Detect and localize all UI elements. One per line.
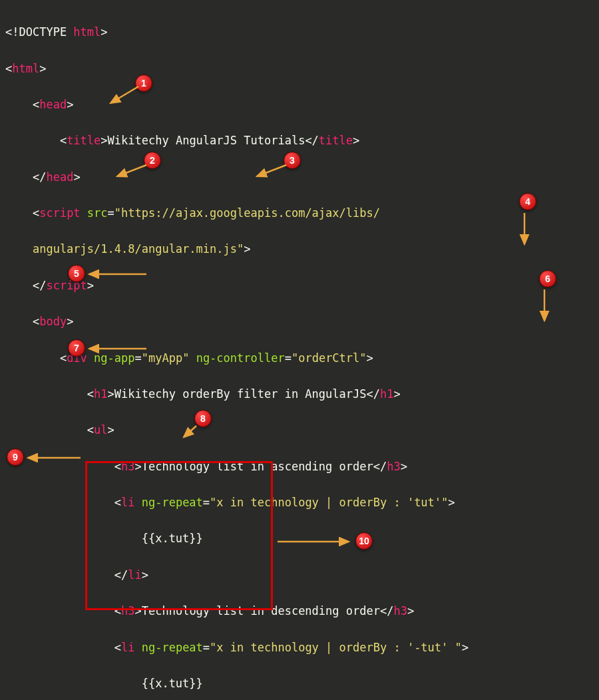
- annotation-badge-3: 3: [284, 152, 301, 169]
- code-line: <ul>: [5, 421, 594, 439]
- annotation-badge-1: 1: [135, 75, 152, 92]
- annotation-badge-2: 2: [144, 152, 161, 169]
- annotation-badge-4: 4: [519, 193, 536, 210]
- code-line: {{x.tut}}: [5, 675, 594, 693]
- code-line: angularjs/1.4.8/angular.min.js">: [5, 240, 594, 258]
- code-line: <h3>Technology list in descending order<…: [5, 602, 594, 620]
- code-line: </li>: [5, 566, 594, 584]
- code-line: <title>Wikitechy AngularJS Tutorials</ti…: [5, 132, 594, 150]
- code-block: <!DOCTYPE html> <html> <head> <title>Wik…: [5, 5, 594, 700]
- code-line: <script src="https://ajax.googleapis.com…: [5, 204, 594, 222]
- annotation-badge-8: 8: [194, 410, 212, 427]
- code-line: <head>: [5, 96, 594, 114]
- annotation-badge-5: 5: [68, 265, 85, 282]
- code-line: <li ng-repeat="x in technology | orderBy…: [5, 494, 594, 512]
- code-line: {{x.tut}}: [5, 530, 594, 548]
- code-line: </script>: [5, 277, 594, 295]
- code-line: <div ng-app="myApp" ng-controller="order…: [5, 349, 594, 367]
- code-line: <html>: [5, 60, 594, 78]
- code-line: <h3>Technology list in ascending order</…: [5, 458, 594, 476]
- code-line: <li ng-repeat="x in technology | orderBy…: [5, 639, 594, 657]
- code-line: <!DOCTYPE html>: [5, 23, 594, 41]
- code-line: <body>: [5, 313, 594, 331]
- annotation-badge-9: 9: [7, 448, 24, 466]
- code-line: <h1>Wikitechy orderBy filter in AngularJ…: [5, 385, 594, 403]
- code-line: </head>: [5, 168, 594, 186]
- annotation-badge-6: 6: [539, 270, 556, 287]
- annotation-badge-10: 10: [355, 532, 373, 550]
- annotation-badge-7: 7: [68, 339, 85, 357]
